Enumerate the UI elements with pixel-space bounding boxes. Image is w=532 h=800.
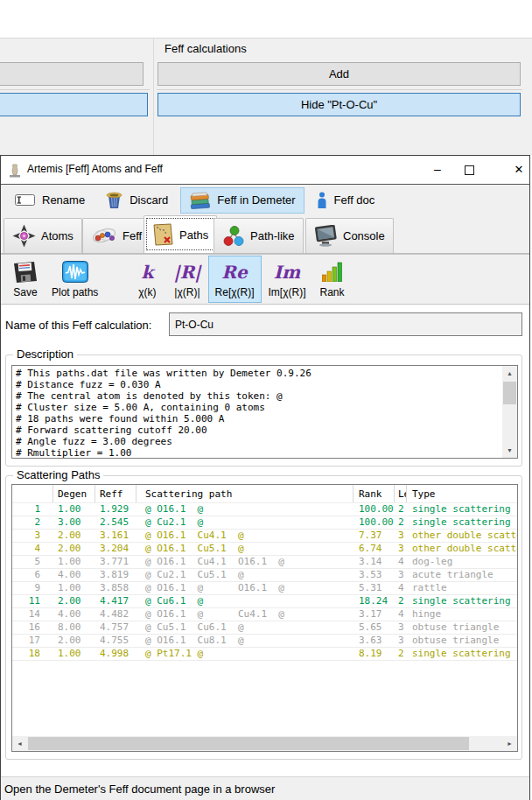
title-bar[interactable]: Artemis [Feff] Atoms and Feff – ✕ <box>1 156 529 185</box>
table-row[interactable]: 3 2.00 3.161 @ O16.1 Cu4.1 @ 7.37 3 othe… <box>12 530 517 543</box>
maximize-button[interactable] <box>465 165 474 175</box>
row-reff: 2.545 <box>95 516 136 529</box>
tab-console[interactable]: Console <box>305 218 394 253</box>
row-scattering-path: @ O16.1 Cu4.1 @ <box>136 530 354 542</box>
discard-button[interactable]: Discard <box>97 187 177 214</box>
row-degen: 3.00 <box>53 516 95 529</box>
k-glyph-icon: k <box>141 260 153 284</box>
books-icon <box>189 192 210 209</box>
table-row[interactable]: 18 1.00 4.998 @ Pt17.1 @ 8.19 2 single s… <box>12 648 517 661</box>
trash-icon <box>106 192 122 209</box>
row-index: 9 <box>12 582 53 594</box>
row-index: 16 <box>12 621 53 634</box>
plot-paths-button[interactable]: Plot paths <box>45 256 105 303</box>
plot-mag-chi-r-button[interactable]: |R| |χ(R)| <box>166 256 207 303</box>
description-textarea[interactable]: # This paths.dat file was written by Dem… <box>11 365 518 459</box>
table-row[interactable]: 16 8.00 4.757 @ Cu5.1 Cu6.1 @ 5.65 3 obt… <box>12 621 517 635</box>
table-row[interactable]: 1 1.00 1.929 @ O16.1 @ 100.00 2 single s… <box>12 503 517 516</box>
row-index: 17 <box>12 635 53 647</box>
feff-name-input[interactable] <box>169 312 522 336</box>
column-header-legs[interactable]: Legs <box>395 485 407 502</box>
column-header-rank[interactable]: Rank <box>354 485 395 502</box>
scrollbar-thumb[interactable] <box>28 737 469 750</box>
column-header-reff[interactable]: Reff <box>95 485 136 502</box>
scroll-down-arrow[interactable]: ▼ <box>502 443 517 458</box>
tab-atoms[interactable]: Atoms <box>4 218 82 253</box>
tab-feff-label: Feff <box>122 229 142 242</box>
table-row[interactable]: 6 4.00 3.819 @ Cu2.1 Cu5.1 @ 3.53 3 acut… <box>12 569 517 582</box>
window-title: Artemis [Feff] Atoms and Feff <box>27 163 163 175</box>
plot-im-chi-r-button[interactable]: Im Im[χ(R)] <box>262 256 313 303</box>
table-horizontal-scrollbar[interactable]: ◄ ► <box>12 736 517 751</box>
save-icon <box>13 260 38 284</box>
row-degen: 1.00 <box>53 582 95 594</box>
row-index: 6 <box>12 569 53 581</box>
tab-path-like[interactable]: Path-like <box>214 218 304 253</box>
row-rank: 18.24 <box>354 595 395 607</box>
row-legs: 3 <box>395 543 407 555</box>
hide-button[interactable]: Hide "Pt-O-Cu" <box>158 93 521 116</box>
rename-button[interactable]: Rename <box>6 189 94 211</box>
background-partial-highlighted-button[interactable] <box>0 93 148 116</box>
scrollbar-thumb[interactable] <box>503 382 516 404</box>
rank-button[interactable]: Rank <box>312 256 351 303</box>
row-type: single scattering <box>407 516 517 529</box>
minimize-button[interactable]: – <box>424 156 451 184</box>
scroll-right-arrow[interactable]: ► <box>502 736 517 751</box>
row-rank: 5.65 <box>354 621 395 634</box>
row-legs: 2 <box>395 595 407 607</box>
row-degen: 4.00 <box>53 608 95 621</box>
column-header-scattering-path[interactable]: Scattering path <box>136 485 354 502</box>
plot-re-chi-r-label: Re[χ(R)] <box>215 286 255 298</box>
table-row[interactable]: 2 3.00 2.545 @ Cu2.1 @ 100.00 2 single s… <box>12 516 517 530</box>
scroll-up-arrow[interactable]: ▲ <box>502 366 517 381</box>
close-button[interactable]: ✕ <box>506 156 532 184</box>
feff-name-label: Name of this Feff calculation: <box>5 319 151 332</box>
row-type: single scattering <box>407 595 517 607</box>
scroll-left-arrow[interactable]: ◄ <box>12 736 27 751</box>
notebook-tab-bar: Atoms Feff <box>1 215 529 254</box>
table-header: Degen Reff Scattering path Rank Legs Typ… <box>12 485 517 503</box>
feff-doc-button[interactable]: Feff doc <box>308 187 384 214</box>
row-degen: 4.00 <box>53 569 95 581</box>
row-scattering-path: @ O16.1 @ <box>136 503 354 516</box>
table-row[interactable]: 5 1.00 3.771 @ O16.1 Cu4.1 O16.1 @ 3.14 … <box>12 556 517 569</box>
row-reff: 4.755 <box>95 635 136 647</box>
row-rank: 3.14 <box>354 556 395 568</box>
table-row[interactable]: 4 2.00 3.204 @ O16.1 Cu5.1 @ 6.74 3 othe… <box>12 543 517 556</box>
table-row[interactable]: 11 2.00 4.417 @ Cu6.1 @ 18.24 2 single s… <box>12 595 517 608</box>
row-type: obtuse triangle <box>407 621 517 634</box>
column-header-type[interactable]: Type <box>407 485 517 502</box>
map-icon <box>152 223 174 246</box>
row-legs: 4 <box>395 556 407 568</box>
save-label: Save <box>13 286 37 298</box>
artemis-feff-window: Artemis [Feff] Atoms and Feff – ✕ Rename <box>0 155 530 800</box>
row-legs: 3 <box>395 621 407 634</box>
background-partial-button[interactable] <box>0 62 144 86</box>
row-legs: 2 <box>395 503 407 516</box>
row-degen: 2.00 <box>53 635 95 647</box>
description-scrollbar[interactable]: ▲ ▼ <box>502 366 517 458</box>
add-button[interactable]: Add <box>158 62 521 86</box>
table-row[interactable]: 14 4.00 4.482 @ O16.1 @ Cu4.1 @ 3.17 4 h… <box>12 608 517 621</box>
plot-chi-k-button[interactable]: k χ(k) <box>128 256 166 303</box>
tab-paths-label: Paths <box>179 228 208 242</box>
tab-paths[interactable]: Paths <box>144 215 217 253</box>
column-header-degen[interactable]: Degen <box>53 485 95 502</box>
row-type: other double scattering <box>407 543 517 555</box>
table-row[interactable]: 17 2.00 4.755 @ O16.1 Cu8.1 @ 3.63 3 obt… <box>12 635 517 648</box>
table-row[interactable]: 9 1.00 3.858 @ O16.1 @ O16.1 @ 5.31 4 ra… <box>12 582 517 595</box>
row-degen: 2.00 <box>53 543 95 555</box>
rank-icon <box>322 260 342 284</box>
save-button[interactable]: Save <box>6 256 45 303</box>
row-degen: 1.00 <box>53 503 95 516</box>
monitor-icon <box>314 225 338 247</box>
scattering-paths-group: Scattering Paths Degen Reff Scattering p… <box>5 475 522 760</box>
row-legs: 3 <box>395 569 407 581</box>
plot-re-chi-r-button[interactable]: Re Re[χ(R)] <box>208 256 262 303</box>
column-header-index[interactable] <box>12 485 53 502</box>
tab-feff[interactable]: Feff <box>82 218 150 253</box>
row-type: single scattering <box>407 648 517 660</box>
feff-in-demeter-button[interactable]: Feff in Demeter <box>180 187 304 214</box>
feff-doc-label: Feff doc <box>334 193 375 207</box>
